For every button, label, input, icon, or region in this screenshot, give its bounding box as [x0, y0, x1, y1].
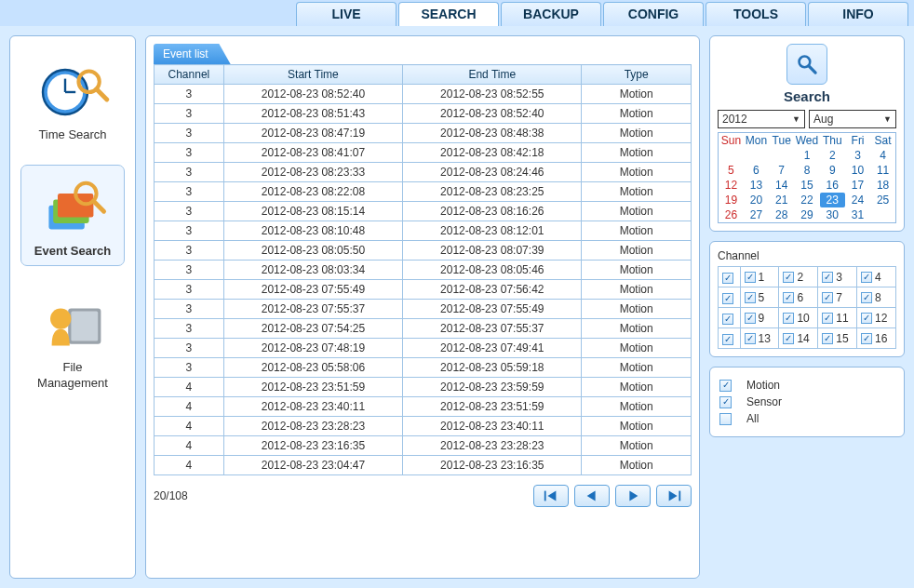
table-row[interactable]: 32012-08-23 07:54:252012-08-23 07:55:37M… [155, 319, 692, 339]
cal-day[interactable]: 20 [744, 193, 769, 207]
cal-day[interactable]: 14 [769, 178, 794, 193]
channel-check-4[interactable]: ✓4 [861, 271, 881, 284]
channel-row-master[interactable]: ✓ [722, 293, 733, 304]
table-row[interactable]: 32012-08-23 08:15:142012-08-23 08:16:26M… [155, 202, 692, 221]
table-row[interactable]: 42012-08-23 23:51:592012-08-23 23:59:59M… [155, 378, 692, 397]
cell-end: 2012-08-23 05:59:18 [403, 358, 582, 378]
table-row[interactable]: 32012-08-23 08:22:082012-08-23 08:23:25M… [155, 182, 692, 202]
cell-start: 2012-08-23 08:47:19 [223, 124, 402, 143]
channel-check-1[interactable]: ✓1 [745, 271, 765, 284]
filter-motion-checkbox[interactable]: ✓ [719, 380, 732, 392]
table-row[interactable]: 32012-08-23 08:47:192012-08-23 08:48:38M… [155, 124, 692, 143]
channel-check-15[interactable]: ✓15 [822, 332, 848, 345]
cal-day[interactable]: 12 [719, 178, 744, 193]
channel-row-master[interactable]: ✓ [722, 273, 733, 284]
table-row[interactable]: 32012-08-23 08:51:432012-08-23 08:52:40M… [155, 104, 692, 124]
cal-day[interactable]: 5 [719, 163, 744, 178]
cell-end: 2012-08-23 07:55:49 [403, 300, 582, 319]
cal-day[interactable]: 2 [820, 148, 845, 163]
filter-sensor-checkbox[interactable]: ✓ [719, 396, 732, 408]
cal-day[interactable]: 6 [744, 163, 769, 178]
cell-start: 2012-08-23 23:28:23 [223, 417, 402, 436]
table-row[interactable]: 32012-08-23 07:48:192012-08-23 07:49:41M… [155, 339, 692, 358]
channel-check-2[interactable]: ✓2 [783, 271, 803, 284]
channel-check-10[interactable]: ✓10 [783, 312, 809, 325]
cal-day[interactable]: 8 [794, 163, 819, 178]
left-sidebar: Time Search Event Search [9, 35, 136, 579]
cal-day[interactable]: 19 [719, 193, 744, 207]
cal-day[interactable]: 10 [845, 163, 870, 178]
sidebar-item-event-search[interactable]: Event Search [21, 166, 124, 265]
tab-info[interactable]: INFO [808, 2, 908, 26]
month-select[interactable]: Aug ▼ [809, 110, 896, 128]
table-row[interactable]: 42012-08-23 23:40:112012-08-23 23:51:59M… [155, 397, 692, 417]
cell-start: 2012-08-23 23:04:47 [223, 456, 402, 475]
sidebar-item-label: Time Search [38, 127, 106, 143]
table-row[interactable]: 32012-08-23 05:58:062012-08-23 05:59:18M… [155, 358, 692, 378]
cal-day[interactable]: 22 [794, 193, 819, 207]
table-row[interactable]: 42012-08-23 23:04:472012-08-23 23:16:35M… [155, 456, 692, 475]
table-row[interactable]: 32012-08-23 08:03:342012-08-23 08:05:46M… [155, 261, 692, 280]
cell-ch: 3 [155, 85, 224, 104]
cal-day[interactable]: 15 [794, 178, 819, 193]
tab-live[interactable]: LIVE [296, 2, 397, 26]
channel-check-8[interactable]: ✓8 [861, 291, 881, 304]
table-row[interactable]: 32012-08-23 08:52:402012-08-23 08:52:55M… [155, 85, 692, 104]
cal-day[interactable]: 17 [845, 178, 870, 193]
channel-row-master[interactable]: ✓ [722, 334, 733, 345]
tab-config[interactable]: CONFIG [603, 2, 704, 26]
cal-day[interactable]: 7 [769, 163, 794, 178]
first-page-button[interactable] [533, 485, 569, 507]
channel-check-9[interactable]: ✓9 [745, 312, 765, 325]
year-select[interactable]: 2012 ▼ [718, 110, 805, 128]
prev-page-button[interactable] [574, 485, 610, 507]
cal-day[interactable]: 13 [744, 178, 769, 193]
last-page-button[interactable] [656, 485, 692, 507]
channel-check-13[interactable]: ✓13 [745, 332, 771, 345]
cal-day[interactable]: 27 [744, 207, 769, 223]
table-row[interactable]: 32012-08-23 07:55:372012-08-23 07:55:49M… [155, 300, 692, 319]
cal-day[interactable]: 31 [845, 207, 870, 223]
filter-all-checkbox[interactable] [719, 413, 732, 425]
table-row[interactable]: 32012-08-23 08:41:072012-08-23 08:42:18M… [155, 143, 692, 163]
cal-day[interactable]: 16 [820, 178, 845, 193]
channel-row-master[interactable]: ✓ [722, 314, 733, 325]
tab-search[interactable]: SEARCH [398, 2, 499, 26]
cal-day[interactable]: 11 [870, 163, 895, 178]
channel-check-3[interactable]: ✓3 [822, 271, 842, 284]
cal-day[interactable]: 9 [820, 163, 845, 178]
table-row[interactable]: 32012-08-23 07:55:492012-08-23 07:56:42M… [155, 280, 692, 300]
channel-check-16[interactable]: ✓16 [861, 332, 887, 345]
table-row[interactable]: 32012-08-23 08:05:502012-08-23 08:07:39M… [155, 241, 692, 261]
cal-day[interactable]: 28 [769, 207, 794, 223]
table-row[interactable]: 32012-08-23 08:23:332012-08-23 08:24:46M… [155, 163, 692, 182]
table-row[interactable]: 32012-08-23 08:10:482012-08-23 08:12:01M… [155, 221, 692, 241]
channel-check-7[interactable]: ✓7 [822, 291, 842, 304]
cal-day[interactable]: 3 [845, 148, 870, 163]
cal-day[interactable]: 30 [820, 207, 845, 223]
channel-check-11[interactable]: ✓11 [822, 312, 848, 325]
next-page-button[interactable] [615, 485, 651, 507]
channel-check-6[interactable]: ✓6 [783, 291, 803, 304]
channel-check-12[interactable]: ✓12 [861, 312, 887, 325]
cal-day[interactable]: 23 [820, 193, 845, 207]
cal-day[interactable]: 25 [870, 193, 895, 207]
cal-day[interactable]: 1 [794, 148, 819, 163]
table-row[interactable]: 42012-08-23 23:16:352012-08-23 23:28:23M… [155, 436, 692, 456]
table-row[interactable]: 42012-08-23 23:28:232012-08-23 23:40:11M… [155, 417, 692, 436]
cal-day[interactable]: 18 [870, 178, 895, 193]
cal-day[interactable]: 26 [719, 207, 744, 223]
tab-tools[interactable]: TOOLS [706, 2, 806, 26]
search-button[interactable] [786, 44, 827, 85]
cell-end: 2012-08-23 08:05:46 [403, 261, 582, 280]
cal-day[interactable]: 29 [794, 207, 819, 223]
sidebar-item-time-search[interactable]: Time Search [21, 49, 124, 149]
channel-check-14[interactable]: ✓14 [783, 332, 809, 345]
cal-day[interactable]: 21 [769, 193, 794, 207]
tab-backup[interactable]: BACKUP [501, 2, 601, 26]
cell-ch: 3 [155, 143, 224, 163]
channel-check-5[interactable]: ✓5 [745, 291, 765, 304]
cal-day[interactable]: 24 [845, 193, 870, 207]
cal-day[interactable]: 4 [870, 148, 895, 163]
sidebar-item-file-management[interactable]: File Management [21, 282, 124, 397]
